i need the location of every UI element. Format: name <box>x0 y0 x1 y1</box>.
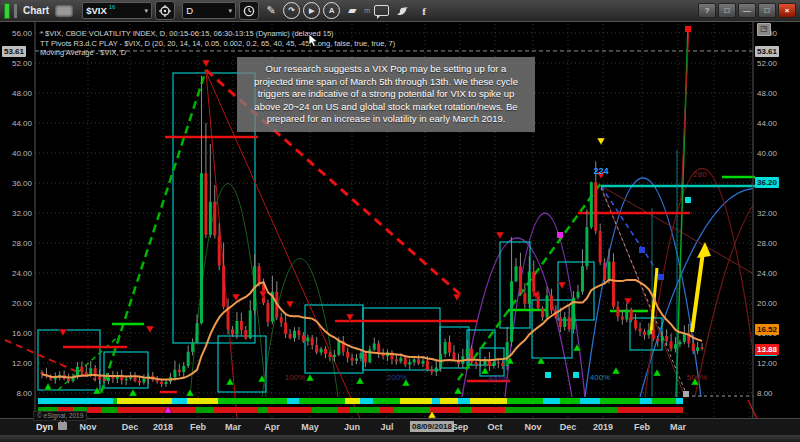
price-tick-label: 28.00 <box>757 239 777 248</box>
help-button[interactable]: ? <box>698 3 716 18</box>
symbol-search-icon[interactable] <box>155 1 175 20</box>
time-axis[interactable]: Dyn 08/09/2018 NovDec2018FebMarAprMayJun… <box>0 418 800 435</box>
snapshot-icon[interactable] <box>55 5 73 17</box>
svg-text:280: 280 <box>693 170 707 179</box>
price-tick-label: 56.00 <box>1 29 32 38</box>
tt-pivots-study-line: TT Pivots R3.d.C PLAY - $VIX, D (20, 20,… <box>40 39 395 49</box>
price-tick-label: 52.00 <box>1 59 32 68</box>
eraser-icon[interactable]: ▰ <box>343 2 361 19</box>
window-title: Chart <box>23 5 49 16</box>
month-label: Jun <box>344 422 360 432</box>
price-tick-label: 8.00 <box>757 389 773 398</box>
auto-analysis-icon[interactable]: A <box>323 2 340 19</box>
close-button[interactable]: × <box>778 3 796 18</box>
price-tick-label: 24.00 <box>1 269 32 278</box>
price-tick-label: 44.00 <box>757 119 777 128</box>
window-controls: ?□—□× <box>698 3 796 18</box>
svg-text:500%: 500% <box>687 373 707 382</box>
month-label: Mar <box>670 422 686 432</box>
mini-mode-label: m <box>364 7 370 14</box>
svg-text:224: 224 <box>593 166 608 176</box>
connection-status-indicator <box>4 3 10 19</box>
titlebar[interactable]: Chart $VIX 16 ▾ D ▾ ✎ ↷ ▶ A ▰ m f ?□—□× <box>0 0 800 22</box>
mouse-cursor <box>308 34 320 48</box>
interval-value: D <box>186 5 193 16</box>
esignal-watermark: © eSignal, 2019 <box>33 411 87 421</box>
price-tick-label: 28.00 <box>1 239 32 248</box>
month-label: 2018 <box>153 422 173 432</box>
interval-input[interactable]: D ▾ <box>182 2 236 19</box>
window-bottom-frame <box>0 435 800 442</box>
price-tick-label: 16.00 <box>1 329 32 338</box>
chat-share-icon[interactable] <box>373 2 391 19</box>
price-tick-label: 40.00 <box>757 149 777 158</box>
symbol-value: $VIX <box>86 5 107 16</box>
price-tick-label: 8.00 <box>1 389 32 398</box>
price-tick-label: 40.00 <box>1 149 32 158</box>
price-badge: 53.61 <box>755 46 779 57</box>
price-tick-label: 48.00 <box>1 89 32 98</box>
month-label: Sep <box>452 422 469 432</box>
month-label: Jul <box>380 422 393 432</box>
symbol-description-line: * $VIX, CBOE VOLATILITY INDEX, D, 00:15-… <box>40 29 395 39</box>
svg-text:200%: 200% <box>387 373 407 382</box>
month-label: Dec <box>560 422 577 432</box>
month-label: Mar <box>225 422 241 432</box>
twitter-icon[interactable] <box>394 2 412 19</box>
price-tick-label: 20.00 <box>757 299 777 308</box>
indicator-bars-layer <box>38 398 683 413</box>
price-badge: 13.88 <box>755 344 779 355</box>
price-tick-label: 44.00 <box>1 119 32 128</box>
symbol-dropdown-arrow[interactable]: ▾ <box>145 7 149 15</box>
month-label: Oct <box>487 422 502 432</box>
time-template-icon[interactable] <box>239 1 259 20</box>
facebook-icon[interactable]: f <box>415 2 433 19</box>
price-tick-label: 32.00 <box>1 209 32 218</box>
price-tick-label: 24.00 <box>757 269 777 278</box>
study-info-lines: * $VIX, CBOE VOLATILITY INDEX, D, 00:15-… <box>40 29 395 58</box>
play-replay-icon[interactable]: ▶ <box>303 2 320 19</box>
restore-button[interactable]: □ <box>718 3 736 18</box>
interval-dropdown-arrow[interactable]: ▾ <box>229 7 233 15</box>
redo-tool-icon[interactable]: ↷ <box>283 2 300 19</box>
month-label: Feb <box>190 422 206 432</box>
svg-text:100%: 100% <box>285 373 305 382</box>
month-label: Feb <box>634 422 650 432</box>
price-badge: 36.20 <box>755 177 779 188</box>
maximize-button[interactable]: □ <box>758 3 776 18</box>
month-label: Nov <box>79 422 96 432</box>
price-tick-label: 12.00 <box>757 359 777 368</box>
month-label: Dec <box>122 422 139 432</box>
lock-icon[interactable] <box>58 422 67 430</box>
svg-text:400%: 400% <box>590 373 610 382</box>
month-label: 2019 <box>593 422 613 432</box>
crosshair-date-badge: 08/09/2018 <box>410 421 454 432</box>
svg-text:300%: 300% <box>487 374 507 383</box>
price-tick-label: 32.00 <box>757 209 777 218</box>
price-badge: 16.52 <box>755 324 779 335</box>
window-drag-handle <box>14 4 17 18</box>
pencil-draw-icon[interactable]: ✎ <box>262 2 280 19</box>
price-tick-label: 12.00 <box>1 359 32 368</box>
price-tick-label: 36.00 <box>1 179 32 188</box>
price-tick-label: 48.00 <box>757 89 777 98</box>
price-badge: 53.61 <box>2 46 26 57</box>
chart-window: 224280100%200%300%400%500% Chart $VIX 16… <box>0 0 800 442</box>
symbol-link-tag: 16 <box>109 4 116 10</box>
annotation-note[interactable]: Our research suggests a VIX Pop may be s… <box>237 57 535 132</box>
scroll-to-latest-icon[interactable]: ◳ <box>757 23 771 36</box>
price-tick-label: 20.00 <box>1 299 32 308</box>
price-tick-label: 52.00 <box>757 59 777 68</box>
symbol-input[interactable]: $VIX 16 ▾ <box>82 2 152 19</box>
month-label: Nov <box>524 422 541 432</box>
month-label: Apr <box>264 422 280 432</box>
dyn-scale-label[interactable]: Dyn <box>36 422 53 432</box>
minimize-button[interactable]: — <box>738 3 756 18</box>
month-label: May <box>301 422 319 432</box>
